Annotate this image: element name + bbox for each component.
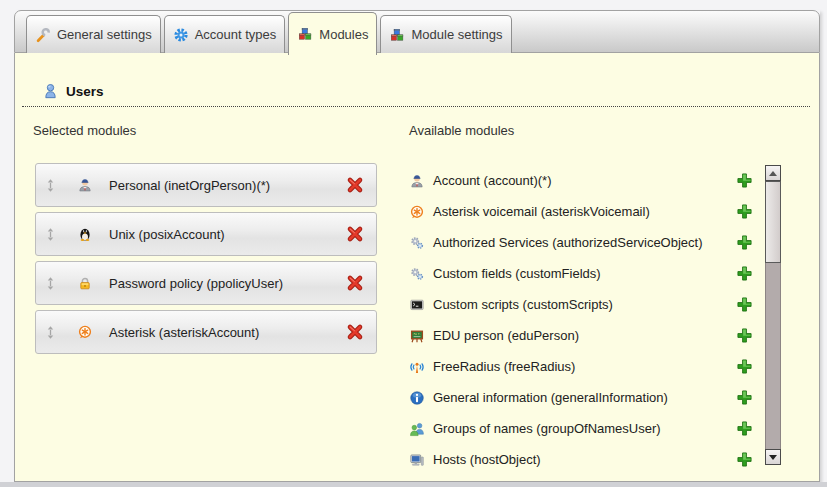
- page-footer-strip: [0, 482, 827, 487]
- add-module-button[interactable]: [736, 327, 753, 344]
- available-module-row: Asterisk voicemail (asteriskVoicemail): [409, 196, 753, 227]
- terminal-icon: [409, 297, 425, 313]
- module-label: Asterisk voicemail (asteriskVoicemail): [433, 204, 728, 219]
- gear-icon: [173, 27, 189, 43]
- config-panel: General settings Account types Modules M…: [14, 10, 820, 482]
- add-module-button[interactable]: [736, 420, 753, 437]
- available-module-row: Hosts (hostObject): [409, 444, 753, 475]
- module-label: Unix (posixAccount): [109, 227, 225, 242]
- tab-label: General settings: [57, 27, 152, 42]
- available-module-row: EDU person (eduPerson): [409, 320, 753, 351]
- module-label: Authorized Services (authorizedServiceOb…: [433, 235, 728, 250]
- add-module-button[interactable]: [736, 172, 753, 189]
- remove-module-button[interactable]: [346, 274, 364, 292]
- selected-module-row[interactable]: Password policy (ppolicyUser): [35, 261, 377, 305]
- scrollbar-track[interactable]: [765, 181, 781, 449]
- gears-icon: [409, 266, 425, 282]
- cubes-icon: [389, 27, 405, 43]
- red-x-icon: [346, 323, 364, 341]
- tab-module-settings[interactable]: Module settings: [380, 15, 511, 53]
- scrollbar-thumb[interactable]: [765, 181, 781, 263]
- personal-icon: [77, 177, 93, 193]
- cubes-icon: [297, 26, 313, 42]
- asterisk-icon: [77, 324, 93, 340]
- gears-icon: [409, 235, 425, 251]
- available-modules-scrollbar[interactable]: [765, 165, 781, 465]
- drag-handle-icon[interactable]: [46, 178, 55, 193]
- asterisk-icon: [409, 204, 425, 220]
- scrollbar-up-button[interactable]: [765, 165, 781, 181]
- green-plus-icon: [736, 327, 753, 344]
- account-icon: [409, 173, 425, 189]
- drag-handle-icon[interactable]: [46, 276, 55, 291]
- green-plus-icon: [736, 234, 753, 251]
- drag-handle-icon[interactable]: [46, 227, 55, 242]
- available-module-row: Groups of names (groupOfNamesUser): [409, 413, 753, 444]
- scrollbar-down-button[interactable]: [765, 449, 781, 465]
- users-section-header: Users: [22, 83, 810, 107]
- user-icon: [42, 83, 59, 100]
- padlock-icon: [77, 275, 93, 291]
- add-module-button[interactable]: [736, 234, 753, 251]
- down-arrow-icon: [769, 455, 777, 460]
- add-module-button[interactable]: [736, 389, 753, 406]
- unix-tux-icon: [77, 226, 93, 242]
- green-plus-icon: [736, 389, 753, 406]
- module-label: Asterisk (asteriskAccount): [109, 325, 259, 340]
- remove-module-button[interactable]: [346, 323, 364, 341]
- green-plus-icon: [736, 358, 753, 375]
- antenna-icon: [409, 359, 425, 375]
- selected-module-row[interactable]: Asterisk (asteriskAccount): [35, 310, 377, 354]
- add-module-button[interactable]: [736, 451, 753, 468]
- add-module-button[interactable]: [736, 358, 753, 375]
- group-icon: [409, 421, 425, 437]
- green-plus-icon: [736, 203, 753, 220]
- tab-label: Account types: [195, 27, 277, 42]
- red-x-icon: [346, 176, 364, 194]
- modules-tab-content: Users Selected modules Available modules…: [14, 53, 820, 482]
- tab-label: Module settings: [411, 27, 502, 42]
- module-label: Groups of names (groupOfNamesUser): [433, 421, 728, 436]
- available-modules-list: Account (account)(*) Asterisk voicemail …: [409, 165, 753, 475]
- available-modules-label: Available modules: [409, 123, 514, 138]
- remove-module-button[interactable]: [346, 225, 364, 243]
- module-label: Password policy (ppolicyUser): [109, 276, 283, 291]
- red-x-icon: [346, 274, 364, 292]
- green-plus-icon: [736, 451, 753, 468]
- info-icon: [409, 390, 425, 406]
- add-module-button[interactable]: [736, 265, 753, 282]
- available-module-row: Authorized Services (authorizedServiceOb…: [409, 227, 753, 258]
- selected-modules-list: Personal (inetOrgPerson)(*) Unix (posixA…: [35, 163, 377, 354]
- available-module-row: Account (account)(*): [409, 165, 753, 196]
- available-module-row: General information (generalInformation): [409, 382, 753, 413]
- module-label: EDU person (eduPerson): [433, 328, 728, 343]
- module-label: General information (generalInformation): [433, 390, 728, 405]
- tab-account-types[interactable]: Account types: [164, 15, 286, 53]
- remove-module-button[interactable]: [346, 176, 364, 194]
- computer-icon: [409, 452, 425, 468]
- section-title: Users: [66, 84, 104, 99]
- available-module-row: FreeRadius (freeRadius): [409, 351, 753, 382]
- tab-bar: General settings Account types Modules M…: [14, 10, 820, 53]
- chalkboard-icon: [409, 328, 425, 344]
- add-module-button[interactable]: [736, 296, 753, 313]
- add-module-button[interactable]: [736, 203, 753, 220]
- selected-modules-label: Selected modules: [33, 123, 136, 138]
- green-plus-icon: [736, 172, 753, 189]
- green-plus-icon: [736, 265, 753, 282]
- tab-general-settings[interactable]: General settings: [26, 15, 161, 53]
- available-module-row: Custom scripts (customScripts): [409, 289, 753, 320]
- up-arrow-icon: [769, 171, 777, 176]
- green-plus-icon: [736, 420, 753, 437]
- selected-module-row[interactable]: Unix (posixAccount): [35, 212, 377, 256]
- red-x-icon: [346, 225, 364, 243]
- tab-modules[interactable]: Modules: [288, 12, 377, 55]
- module-label: Hosts (hostObject): [433, 452, 728, 467]
- module-label: Custom scripts (customScripts): [433, 297, 728, 312]
- wrench-icon: [35, 27, 51, 43]
- module-label: FreeRadius (freeRadius): [433, 359, 728, 374]
- drag-handle-icon[interactable]: [46, 325, 55, 340]
- selected-module-row[interactable]: Personal (inetOrgPerson)(*): [35, 163, 377, 207]
- module-label: Custom fields (customFields): [433, 266, 728, 281]
- tab-label: Modules: [319, 27, 368, 42]
